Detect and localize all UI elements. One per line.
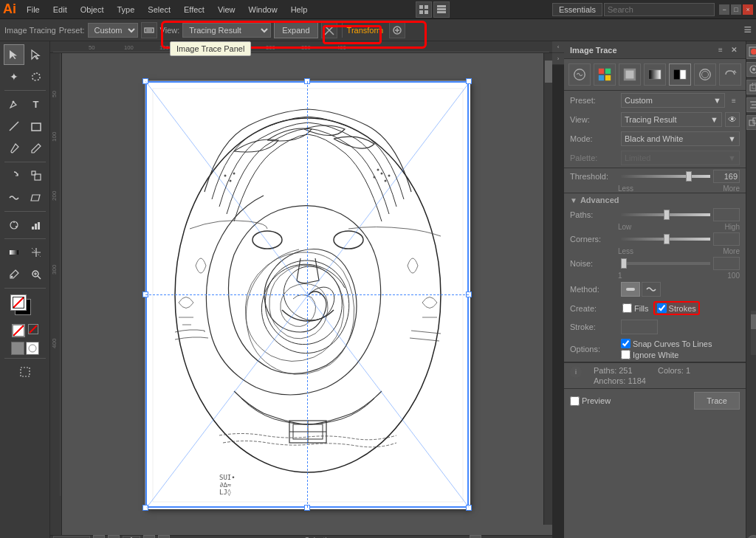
trace-button[interactable]: Trace	[694, 392, 740, 410]
window-maximize-btn[interactable]: □	[731, 4, 741, 15]
handle-top-left[interactable]	[142, 78, 148, 84]
threshold-slider[interactable]	[621, 175, 710, 178]
next-page-btn[interactable]: ►	[143, 535, 155, 539]
view-toggle-btn[interactable]	[416, 1, 432, 18]
status-arrow-btn[interactable]: ►	[470, 535, 481, 539]
paths-value-input[interactable]: 50%	[713, 208, 740, 221]
toolbar-icon1[interactable]	[141, 22, 157, 38]
rotate-tool[interactable]	[4, 165, 24, 186]
preset-low-color-icon[interactable]	[619, 63, 641, 86]
snap-curves-option[interactable]: Snap Curves To Lines	[621, 339, 712, 348]
v-scrollbar[interactable]	[543, 53, 552, 525]
none-swatch[interactable]	[28, 324, 38, 334]
window-minimize-btn[interactable]: −	[719, 4, 729, 15]
advanced-header[interactable]: ▼ Advanced	[564, 193, 746, 207]
threshold-value-input[interactable]: 169	[713, 170, 740, 183]
view-eye-btn[interactable]: 👁	[725, 112, 740, 127]
pencil-tool[interactable]	[26, 138, 47, 159]
preset-panel-dropdown[interactable]: Custom ▼	[621, 93, 725, 108]
preset-dropdown[interactable]: Custom	[88, 23, 138, 38]
corners-value-input[interactable]: 46%	[713, 232, 740, 246]
preset-high-color-icon[interactable]	[594, 63, 616, 86]
magic-wand-tool[interactable]: ✦	[4, 66, 24, 87]
threshold-thumb[interactable]	[686, 171, 692, 182]
toolbar-icon3[interactable]	[389, 22, 405, 38]
toolbar-icon2[interactable]	[321, 22, 337, 38]
first-page-btn[interactable]: |◄	[93, 535, 105, 539]
method-btn-1[interactable]	[621, 282, 640, 297]
preview-checkbox-item[interactable]: Preview	[570, 396, 611, 406]
preset-reset-icon[interactable]	[719, 63, 741, 86]
mode-panel-dropdown[interactable]: Black and White ▼	[621, 131, 740, 146]
column-graph-tool[interactable]	[26, 215, 47, 235]
noise-value-input[interactable]: 1 px	[713, 257, 740, 270]
menu-select[interactable]: Select	[142, 4, 176, 15]
workspace-dropdown[interactable]: Essentials	[552, 3, 602, 16]
paths-thumb[interactable]	[664, 210, 670, 220]
v-scrollbar-thumb[interactable]	[545, 61, 552, 83]
panel-icon-color[interactable]	[746, 44, 756, 59]
stroke-value-input[interactable]: 10 px	[621, 320, 658, 334]
panel-icon-align[interactable]	[746, 97, 756, 112]
menu-view[interactable]: View	[212, 4, 241, 15]
fills-checkbox-item[interactable]: Fills	[622, 303, 649, 313]
menu-help[interactable]: Help	[285, 4, 314, 15]
handle-bot-right[interactable]	[466, 505, 472, 511]
selection-tool[interactable]	[4, 44, 24, 65]
eyedropper-tool[interactable]	[4, 264, 24, 285]
handle-bot-left[interactable]	[142, 505, 148, 511]
canvas-viewport[interactable]: SUI• ∂∆≈ LJ◊	[62, 53, 552, 535]
panel-collapse-btn[interactable]: ‹	[552, 41, 564, 53]
view-dropdown[interactable]: Tracing Result	[182, 23, 271, 38]
noise-thumb[interactable]	[621, 258, 627, 269]
panel-menu-btn[interactable]: ≡	[743, 22, 752, 38]
menu-file[interactable]: File	[21, 4, 46, 15]
lasso-tool[interactable]	[26, 66, 47, 87]
white-swatch[interactable]	[26, 342, 39, 355]
corners-slider[interactable]	[621, 238, 710, 241]
page-number-input[interactable]	[123, 536, 140, 539]
menu-object[interactable]: Object	[75, 4, 110, 15]
handle-bot-mid[interactable]	[304, 505, 310, 511]
panel-icon-appearance[interactable]	[746, 62, 756, 77]
fill-swatch[interactable]	[12, 324, 25, 337]
panel-icon-round[interactable]	[746, 535, 756, 538]
strokes-checkbox-item[interactable]: Strokes	[653, 301, 700, 315]
noise-slider[interactable]	[621, 262, 710, 265]
gray-swatch[interactable]	[11, 342, 24, 355]
panel-collapse-btn2[interactable]: ›	[552, 53, 564, 65]
panel-icon-transform[interactable]	[746, 80, 756, 94]
pen-tool[interactable]	[4, 94, 24, 114]
zoom-tool[interactable]	[26, 264, 47, 285]
direct-selection-tool[interactable]	[26, 44, 47, 65]
panel-menu-icon[interactable]: ≡	[715, 44, 726, 56]
menu-type[interactable]: Type	[111, 4, 141, 15]
brush-tool[interactable]	[4, 138, 24, 159]
last-page-btn[interactable]: ►|	[158, 535, 170, 539]
expand-button[interactable]: Expand	[274, 22, 317, 38]
menu-window[interactable]: Window	[243, 4, 284, 15]
fills-checkbox[interactable]	[622, 303, 632, 313]
mesh-tool[interactable]	[26, 242, 47, 263]
artwork[interactable]: SUI• ∂∆≈ LJ◊	[145, 80, 470, 508]
panel-close-icon[interactable]: ✕	[728, 44, 740, 56]
symbol-sprayer-tool[interactable]	[4, 215, 24, 235]
line-tool[interactable]	[4, 116, 24, 137]
preset-outline-icon[interactable]	[694, 63, 716, 86]
search-input[interactable]	[604, 3, 715, 16]
handle-mid-right[interactable]	[466, 292, 472, 297]
preset-grayscale-icon[interactable]	[644, 63, 666, 86]
preview-checkbox[interactable]	[570, 396, 580, 406]
preset-options-btn[interactable]: ≡	[728, 94, 740, 106]
artboard-tool[interactable]	[15, 362, 35, 382]
handle-top-mid[interactable]	[304, 78, 310, 84]
right-scrollbar[interactable]	[751, 311, 756, 355]
strokes-checkbox[interactable]	[657, 303, 667, 313]
prev-page-btn[interactable]: ◄	[108, 535, 120, 539]
transform-button[interactable]: Transform	[347, 26, 384, 35]
paths-slider[interactable]	[621, 213, 710, 216]
view-panel-dropdown[interactable]: Tracing Result ▼	[621, 112, 722, 127]
ignore-white-checkbox[interactable]	[621, 350, 630, 359]
handle-mid-left[interactable]	[142, 292, 148, 297]
menu-effect[interactable]: Effect	[178, 4, 210, 15]
